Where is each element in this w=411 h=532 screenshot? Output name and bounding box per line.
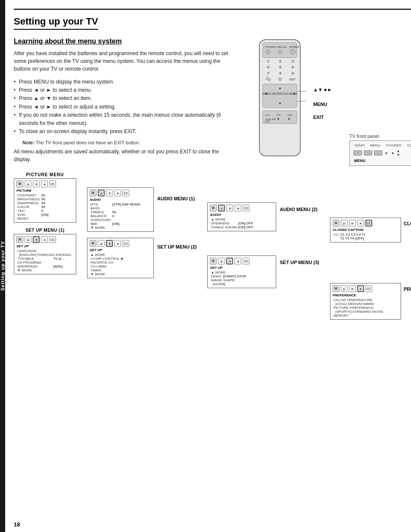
sidebar-label: Setting up your TV: [0, 241, 5, 291]
tv-front-panel-label: TV front panel: [349, 134, 411, 139]
svg-text:①: ①: [267, 59, 270, 63]
svg-text:⑨: ⑨: [291, 72, 294, 75]
setup2-table: ▲ MORE V-CHIP CONTROL► FAVORITE CH CH LA…: [90, 253, 124, 276]
icon-a-s2: 🔊: [98, 240, 105, 247]
icon-picture-s1: 🖼: [16, 236, 23, 243]
icon-pref: ★: [41, 180, 48, 187]
audio2-title: AUDIO: [210, 213, 274, 217]
audio-menu-1-label: AUDIO MENU (1): [157, 187, 195, 201]
setup1-title: SET UP: [16, 244, 74, 248]
icon-setup: ⚙: [33, 180, 40, 187]
svg-text:▼: ▼: [287, 117, 291, 121]
icon-s-s2: ⚙: [106, 240, 113, 247]
preference-menu-row: 🖼 🔊 ⚙ ★ CC PREFERENCE COLOR TEMPERATURE:…: [330, 283, 411, 320]
remote-section: TV/VIDEO RECALL POWER ① ②: [246, 37, 350, 170]
icon-picture: 🖼: [16, 180, 23, 187]
sidebar: Setting up your TV: [0, 0, 5, 532]
icon-pref-s2: ★: [114, 240, 121, 247]
icon-pref-pref: ★: [357, 285, 364, 292]
left-menu-column: PICTURE MENU 🖼 🔊 ⚙ ★ CC PICTURE CONTRAST…: [14, 172, 76, 274]
text-section: Learning about the menu system After you…: [14, 37, 238, 170]
icon-cc-cc: CC: [365, 220, 372, 227]
tv-panel-labels-row: DEMO MENU TV/VIDEO VOLUME CHANNEL: [353, 143, 411, 147]
svg-text:-10: -10: [265, 76, 268, 79]
svg-text:⑥: ⑥: [291, 65, 294, 69]
icon-pref-cc: ★: [357, 220, 364, 227]
svg-point-6: [278, 50, 282, 54]
audio1-title: AUDIO: [90, 198, 151, 202]
setup-menu-3-box: 🖼 🔊 ⚙ ★ CC SET UP ▲ MORE DEMO:[START] ST…: [207, 255, 276, 288]
svg-text:⓪: ⓪: [278, 78, 282, 81]
page-title: Setting up your TV: [14, 16, 98, 30]
picture-menu-table: CONTRAST50 BRIGHTNESS50 SHARPNESS50 COLO…: [16, 193, 49, 221]
icon-s-pref: ⚙: [349, 285, 356, 292]
note-label: Note:: [22, 140, 34, 145]
svg-point-7: [290, 49, 295, 54]
note-content: The TV front panel does not have an EXIT…: [36, 140, 140, 145]
svg-text:RECALL: RECALL: [277, 46, 288, 48]
preference-menu-box: 🖼 🔊 ⚙ ★ CC PREFERENCE COLOR TEMPERATURE:…: [330, 283, 401, 320]
exit-annotation: EXIT: [313, 115, 332, 120]
tv-btn-demo: [353, 150, 362, 156]
setup-menu-2-row: 🖼 🔊 ⚙ ★ CC SET UP ▲ MORE V-CHIP CONTROL►…: [87, 238, 196, 278]
setup-menu-3-row: 🖼 🔊 ⚙ ★ CC SET UP ▲ MORE DEMO:[START] ST…: [207, 255, 319, 288]
remote-diagram: TV/VIDEO RECALL POWER ① ②: [246, 37, 350, 160]
bullet-item-5: If you do not make a selection within 15…: [14, 111, 238, 128]
svg-text:POWER: POWER: [290, 46, 299, 48]
tv-btn-menu: [364, 150, 372, 156]
svg-text:④: ④: [267, 65, 270, 69]
setup1-table: LANGUAGE: [ENGLISH] FRANCAIS ESPANOL TV/…: [16, 249, 72, 272]
tv-btn-tvvideo: [374, 150, 383, 156]
icon-cc-s3: CC: [243, 258, 249, 264]
cc-menu-row: 🖼 🔊 ⚙ ★ CC CLOSED CAPTION CC:C1 C2 C3 C4…: [330, 218, 411, 243]
audio-menu-1-row: 🖼 🔊 ⚙ ★ CC AUDIO MTS:[STR] SAP MONO BASS…: [87, 187, 196, 232]
icon-a-a2: 🔊: [218, 205, 225, 212]
svg-text:⑦: ⑦: [267, 72, 270, 75]
icon-s-s3: ⚙: [226, 258, 233, 264]
tv-label-demo: DEMO: [355, 143, 365, 147]
icon-a-s3: 🔊: [218, 258, 225, 264]
svg-text:CH: CH: [277, 114, 280, 116]
setup2-icons: 🖼 🔊 ⚙ ★ CC: [90, 240, 151, 247]
bullet-item-6: To close an on-screen display instantly,…: [14, 128, 238, 136]
tv-bottom-menu-label: MENU: [354, 159, 366, 163]
audio1-icons: 🖼 🔊 ⚙ ★ CC: [90, 190, 151, 196]
tv-panel-bottom-row: MENU ◄►▼▲: [353, 159, 411, 163]
icon-p-cc: 🖼: [333, 220, 339, 227]
pref-table: COLOR TEMPERATURE: [COOL] MEDIUM WARM PI…: [333, 298, 399, 317]
menu-annotation: MENU: [313, 102, 332, 107]
svg-text:③: ③: [291, 59, 294, 63]
icon-p-pref: 🖼: [333, 285, 339, 292]
audio1-table: MTS:[STR] SAP MONO BASS TREBLE50 BALANCE…: [90, 202, 140, 230]
svg-text:▼: ▼: [278, 102, 282, 106]
preference-menu-label: PREFERENCE MENU: [404, 283, 411, 292]
audio-menu-1-box: 🖼 🔊 ⚙ ★ CC AUDIO MTS:[STR] SAP MONO BASS…: [87, 187, 154, 232]
icon-cc: CC: [49, 180, 56, 187]
cc-menu-box: 🖼 🔊 ⚙ ★ CC CLOSED CAPTION CC:C1 C2 C3 C4…: [330, 218, 401, 243]
right-menu-column: 🖼 🔊 ⚙ ★ CC AUDIO ▲ MORE SPEAKERS:[ON] OF…: [207, 202, 319, 290]
icon-pref-a1: ★: [114, 190, 121, 196]
top-border: [14, 9, 411, 10]
icon-p-a2: 🖼: [210, 205, 217, 212]
audio-menu-2-box: 🖼 🔊 ⚙ ★ CC AUDIO ▲ MORE SPEAKERS:[ON] OF…: [207, 202, 276, 231]
icon-pref-s3: ★: [234, 258, 241, 264]
bullet-item-3: Press ▲ or ▼ to select an item.: [14, 94, 238, 103]
icon-cc-a1: CC: [122, 190, 129, 196]
audio-menu-2-label: AUDIO MENU (2): [280, 202, 317, 212]
tv-ch-arrows: ▲: [397, 149, 400, 153]
icon-p-s3: 🖼: [210, 258, 217, 264]
icon-a-pref: 🔊: [341, 285, 348, 292]
tv-label-volume: VOLUME: [407, 143, 411, 147]
svg-text:▲: ▲: [278, 86, 282, 90]
setup3-title: SET UP: [210, 266, 274, 270]
audio-menu-2-row: 🖼 🔊 ⚙ ★ CC AUDIO ▲ MORE SPEAKERS:[ON] OF…: [207, 202, 319, 231]
setup-menu-2-label: SET UP MENU (2): [157, 238, 196, 249]
picture-menu-label: PICTURE MENU: [14, 172, 76, 177]
pref-icons: 🖼 🔊 ⚙ ★ CC: [333, 285, 399, 292]
tv-label-tvvideo: TV/VIDEO: [386, 143, 402, 147]
icon-p-a1: 🖼: [90, 190, 97, 196]
icon-setup-s1: ⚙: [33, 236, 40, 243]
diagrams-section: PICTURE MENU 🖼 🔊 ⚙ ★ CC PICTURE CONTRAST…: [14, 172, 411, 320]
remote-svg-wrap: TV/VIDEO RECALL POWER ① ②: [246, 37, 313, 160]
all-menu-text: All menu adjustments are saved automatic…: [14, 148, 229, 163]
